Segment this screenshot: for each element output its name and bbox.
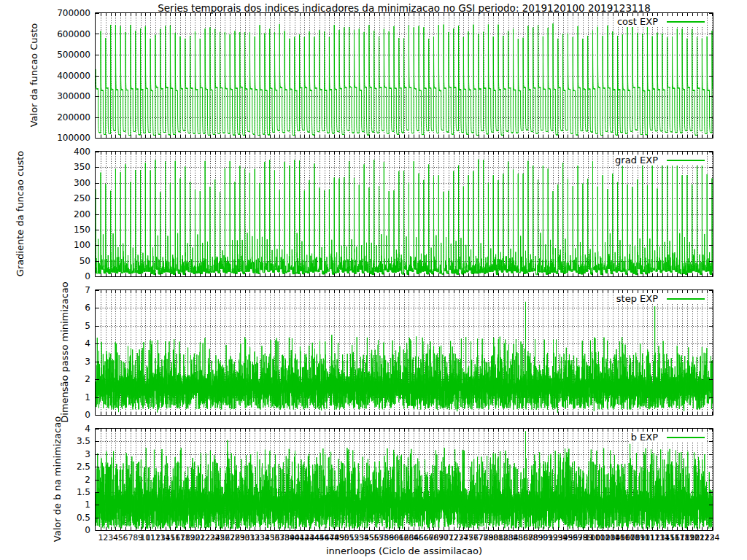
grad-plot-canvas [95,151,713,277]
y-tick-label: 200000 [0,112,90,122]
y-tick-label: 2 [0,475,90,485]
b-plot-canvas [95,428,713,531]
legend-label-b: b EXP [631,432,658,443]
y-tick-label: 100000 [0,133,90,143]
panel-step: step EXP [95,289,713,416]
y-tick-label: 600000 [0,29,90,39]
y-axis-title-cost: Valor da funcao Custo [28,23,39,128]
y-axis-title-step: Dimensão passo minimizacao [59,281,70,422]
cost-plot-canvas [95,12,713,139]
legend-line-sample [667,160,705,161]
y-tick-label: 1 [0,499,90,510]
y-tick-label: 2 [0,374,90,384]
legend-label-step: step EXP [616,293,658,304]
y-tick-label: 3 [0,357,90,367]
y-tick-label: 6 [0,303,90,313]
legend-line-sample [667,298,705,300]
legend-line-sample [667,21,705,23]
y-tick-label: 700000 [0,8,90,18]
y-tick-label: 1.5 [0,487,90,497]
x-axis-title: innerloops (Ciclo de assimilacao) [95,545,713,556]
y-tick-label: 4 [0,338,90,349]
legend-line-sample [667,437,705,438]
figure: Series temporais dos indices indicadores… [0,0,747,560]
panel-grad: grad EXP [95,151,713,277]
legend-b: b EXP [630,432,706,443]
y-tick-label: 4 [0,424,90,434]
y-tick-label: 2.5 [0,462,90,472]
x-tick-label: 124 [705,533,720,542]
legend-grad: grad EXP [614,155,706,166]
y-tick-label: 1 [0,392,90,402]
y-tick-label: 7 [0,285,90,295]
panel-b: b EXP [95,428,713,531]
y-tick-label: 3 [0,449,90,459]
y-tick-label: 3.5 [0,436,90,446]
panel-cost: cost EXP [95,12,713,139]
y-axis-title-b: Valor de b na minimizacao [52,416,63,542]
legend-label-cost: cost EXP [617,16,658,27]
legend-label-grad: grad EXP [615,155,658,166]
y-tick-label: 300000 [0,91,90,101]
y-tick-label: 0 [0,525,90,535]
y-tick-label: 5 [0,321,90,331]
step-plot-canvas [95,289,713,416]
y-tick-label: 0.5 [0,513,90,523]
y-tick-label: 400000 [0,71,90,81]
legend-cost: cost EXP [616,16,706,27]
y-tick-label: 0 [0,410,90,420]
y-axis-title-grad: Gradiente da funcao custo [15,151,26,277]
legend-step: step EXP [615,293,706,304]
y-tick-label: 500000 [0,50,90,60]
